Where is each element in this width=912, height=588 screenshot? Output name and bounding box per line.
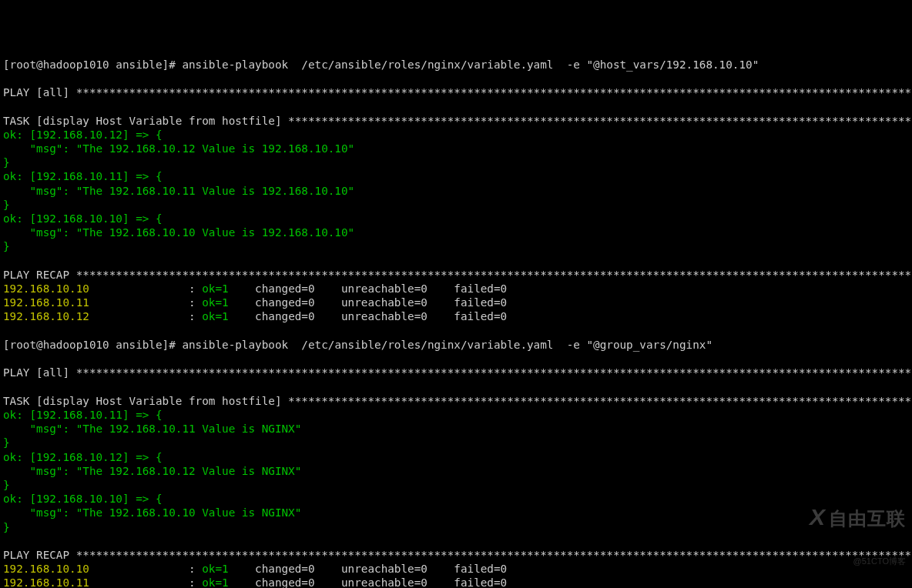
task-msg-line: "msg": "The 192.168.10.11 Value is 192.1… (3, 185, 354, 197)
shell-command: ansible-playbook /etc/ansible/roles/ngin… (182, 339, 712, 351)
recap-host: 192.168.10.10 (3, 282, 189, 295)
task-brace-close: } (3, 156, 10, 169)
recap-rest: changed=0 unreachable=0 failed=0 (229, 310, 508, 322)
task-ok-line: ok: [192.168.10.10] => { (3, 493, 163, 505)
recap-colon: : (189, 282, 202, 295)
terminal-output[interactable]: [root@hadoop1010 ansible]# ansible-playb… (3, 58, 909, 588)
recap-host: 192.168.10.12 (3, 310, 189, 322)
recap-rest: changed=0 unreachable=0 failed=0 (229, 563, 508, 575)
task-ok-line: ok: [192.168.10.10] => { (3, 212, 163, 225)
task-msg-line: "msg": "The 192.168.10.11 Value is NGINX… (3, 423, 301, 435)
recap-colon: : (189, 563, 202, 575)
play-header: PLAY [all] *****************************… (3, 86, 912, 99)
play-header: PLAY [all] *****************************… (3, 366, 912, 379)
task-ok-line: ok: [192.168.10.12] => { (3, 129, 163, 141)
recap-host: 192.168.10.11 (3, 296, 189, 309)
task-msg-line: "msg": "The 192.168.10.12 Value is 192.1… (3, 142, 354, 155)
recap-colon: : (189, 310, 202, 322)
shell-command: ansible-playbook /etc/ansible/roles/ngin… (182, 58, 759, 71)
recap-rest: changed=0 unreachable=0 failed=0 (229, 296, 508, 309)
task-brace-close: } (3, 240, 10, 252)
task-header: TASK [display Host Variable from hostfil… (3, 115, 912, 127)
recap-ok: ok=1 (202, 563, 228, 575)
task-ok-line: ok: [192.168.10.12] => { (3, 451, 163, 463)
recap-ok: ok=1 (202, 576, 228, 588)
recap-colon: : (189, 576, 202, 588)
task-msg-line: "msg": "The 192.168.10.10 Value is 192.1… (3, 226, 354, 239)
recap-rest: changed=0 unreachable=0 failed=0 (229, 576, 508, 588)
recap-header: PLAY RECAP *****************************… (3, 549, 912, 561)
task-brace-close: } (3, 479, 10, 491)
recap-ok: ok=1 (202, 282, 228, 295)
task-brace-close: } (3, 521, 10, 533)
task-msg-line: "msg": "The 192.168.10.12 Value is NGINX… (3, 465, 301, 477)
recap-rest: changed=0 unreachable=0 failed=0 (229, 282, 508, 295)
task-brace-close: } (3, 436, 10, 449)
task-header: TASK [display Host Variable from hostfil… (3, 395, 912, 407)
task-brace-close: } (3, 199, 10, 211)
recap-ok: ok=1 (202, 310, 228, 322)
shell-prompt: [root@hadoop1010 ansible]# (3, 339, 182, 351)
shell-prompt: [root@hadoop1010 ansible]# (3, 58, 182, 71)
recap-host: 192.168.10.10 (3, 563, 189, 575)
task-msg-line: "msg": "The 192.168.10.10 Value is NGINX… (3, 506, 301, 519)
task-ok-line: ok: [192.168.10.11] => { (3, 409, 163, 421)
task-ok-line: ok: [192.168.10.11] => { (3, 170, 163, 182)
recap-ok: ok=1 (202, 296, 228, 309)
recap-colon: : (189, 296, 202, 309)
recap-header: PLAY RECAP *****************************… (3, 269, 912, 281)
recap-host: 192.168.10.11 (3, 576, 189, 588)
